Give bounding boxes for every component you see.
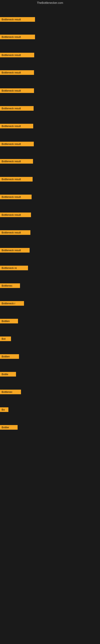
- bottleneck-result-item[interactable]: Bottleneck result: [0, 177, 33, 182]
- bottleneck-result-item[interactable]: Bottleneck result: [0, 230, 30, 235]
- bottleneck-result-item[interactable]: Bottleneck re: [0, 266, 28, 270]
- site-title: TheBottlenecker.com: [0, 0, 100, 6]
- bottleneck-result-item[interactable]: Bottler: [0, 425, 18, 430]
- bottleneck-result-item[interactable]: Bottlen: [0, 354, 19, 359]
- bottleneck-result-item[interactable]: Bottleneck result: [0, 248, 30, 252]
- bottleneck-result-item[interactable]: Bottlenec: [0, 390, 21, 394]
- bottleneck-result-item[interactable]: Bottle: [0, 372, 16, 376]
- bottleneck-result-item[interactable]: Bottleneck result: [0, 17, 35, 22]
- bottleneck-result-item[interactable]: Bottleneck result: [0, 159, 33, 164]
- bottleneck-result-item[interactable]: Bottleneck result: [0, 194, 32, 199]
- bottleneck-result-item[interactable]: Bottlenec: [0, 283, 20, 288]
- bottleneck-result-item[interactable]: Bo: [0, 407, 8, 412]
- site-title-text: TheBottlenecker.com: [37, 1, 63, 4]
- bottleneck-result-item[interactable]: Bottleneck result: [0, 212, 31, 217]
- bottleneck-result-item[interactable]: Bottleneck r: [0, 301, 24, 306]
- bottleneck-result-item[interactable]: Bottleneck result: [0, 70, 34, 75]
- bottleneck-result-item[interactable]: Bot: [0, 336, 11, 341]
- bottleneck-result-item[interactable]: Bottleneck result: [0, 88, 34, 93]
- bottleneck-result-item[interactable]: Bottleneck result: [0, 124, 33, 128]
- bottleneck-result-item[interactable]: Bottleneck result: [0, 53, 34, 57]
- bottleneck-result-item[interactable]: Bottlen: [0, 319, 18, 324]
- bottleneck-result-item[interactable]: Bottleneck result: [0, 34, 35, 39]
- bottleneck-result-item[interactable]: Bottleneck result: [0, 106, 34, 111]
- bottleneck-result-item[interactable]: Bottleneck result: [0, 142, 34, 146]
